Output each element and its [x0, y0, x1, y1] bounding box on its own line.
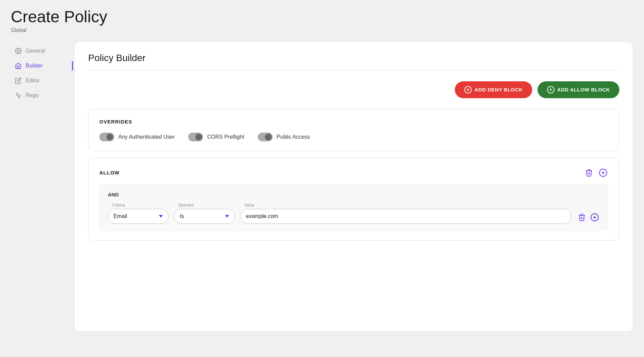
value-input[interactable] [240, 209, 571, 224]
toggle-label-authenticated: Any Authenticated User [118, 134, 175, 140]
gear-icon [15, 48, 22, 54]
sidebar-item-general[interactable]: General [11, 44, 72, 58]
action-buttons: + ADD DENY BLOCK + ADD ALLOW BLOCK [88, 81, 619, 98]
main-content: Policy Builder + ADD DENY BLOCK + ADD AL… [74, 42, 633, 332]
sidebar-item-builder[interactable]: Builder [11, 59, 72, 73]
add-deny-block-button[interactable]: + ADD DENY BLOCK [455, 81, 532, 98]
criteria-field-group: Criteria Email [108, 203, 169, 224]
and-block: AND Criteria Email Operator Is [99, 185, 608, 231]
overrides-title: OVERRIDES [99, 119, 608, 125]
sidebar-label-editor: Editor [26, 78, 40, 84]
sidebar-label-general: General [26, 48, 45, 54]
toggle-authenticated[interactable] [99, 133, 114, 141]
sidebar-item-editor[interactable]: Editor [11, 74, 72, 87]
and-label: AND [108, 192, 600, 197]
sidebar: General Builder Editor [11, 42, 72, 332]
value-label: Value [240, 203, 571, 208]
row-add-button[interactable] [590, 212, 600, 222]
policy-builder-title: Policy Builder [88, 53, 619, 63]
operator-label: Operator [174, 203, 235, 208]
toggle-label-cors: CORS Preflight [207, 134, 244, 140]
criteria-arrow-icon [159, 215, 163, 218]
page-header: Create Policy Global [11, 8, 633, 33]
operator-select[interactable]: Is [174, 209, 235, 224]
allow-card: ALLOW [88, 158, 619, 241]
sidebar-item-rego[interactable]: Rego [11, 89, 72, 102]
toggle-public[interactable] [258, 133, 273, 141]
row-actions [577, 212, 600, 224]
toggles-row: Any Authenticated User CORS Preflight Pu… [99, 133, 608, 141]
sidebar-label-rego: Rego [26, 92, 39, 99]
toggle-label-public: Public Access [277, 134, 310, 140]
criteria-row: Criteria Email Operator Is [108, 203, 600, 224]
operator-value: Is [180, 213, 184, 219]
allow-add-button[interactable] [598, 168, 608, 178]
value-field-group: Value [240, 203, 571, 224]
allow-plus-icon: + [547, 86, 554, 93]
allow-button-label: ADD ALLOW BLOCK [557, 87, 610, 92]
deny-button-label: ADD DENY BLOCK [474, 87, 523, 92]
toggle-item-public: Public Access [258, 133, 310, 141]
allow-delete-button[interactable] [584, 168, 594, 178]
deny-plus-icon: + [464, 86, 472, 93]
toggle-item-cors: CORS Preflight [188, 133, 244, 141]
page-subtitle: Global [11, 27, 633, 33]
operator-arrow-icon [225, 215, 229, 218]
sidebar-label-builder: Builder [26, 63, 43, 69]
svg-point-0 [18, 50, 19, 52]
row-delete-button[interactable] [577, 212, 587, 222]
allow-icon-actions [584, 168, 608, 178]
edit-icon [15, 77, 22, 84]
operator-field-group: Operator Is [174, 203, 235, 224]
criteria-select[interactable]: Email [108, 209, 169, 224]
criteria-label: Criteria [108, 203, 169, 208]
divider [88, 70, 619, 71]
page-title: Create Policy [11, 8, 633, 26]
criteria-value: Email [114, 213, 127, 219]
add-allow-block-button[interactable]: + ADD ALLOW BLOCK [538, 81, 619, 98]
toggle-item-authenticated: Any Authenticated User [99, 133, 175, 141]
overrides-card: OVERRIDES Any Authenticated User CORS Pr… [88, 109, 619, 151]
wave-icon [15, 92, 22, 99]
allow-header: ALLOW [99, 168, 608, 178]
toggle-cors[interactable] [188, 133, 203, 141]
allow-title: ALLOW [99, 170, 120, 175]
home-icon [15, 62, 22, 69]
